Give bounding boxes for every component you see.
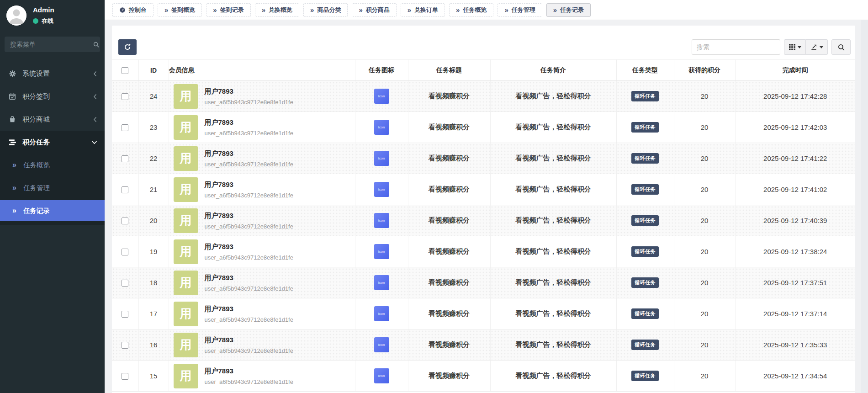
task-icon-image: icon [374, 182, 389, 197]
member-name: 用户7893 [205, 181, 293, 189]
grid-icon [789, 44, 795, 50]
cell-task-type: 循环任务 [616, 236, 674, 267]
row-checkbox[interactable] [122, 155, 128, 162]
member-name: 用户7893 [205, 243, 293, 251]
row-checkbox[interactable] [122, 249, 128, 255]
angle-double-right-icon: » [408, 6, 411, 13]
refresh-button[interactable] [118, 39, 137, 55]
sidebar-group-积分任务: 积分任务»任务概览»任务管理»任务记录 [0, 131, 105, 225]
cell-member: 用用户7893user_a6f5b943c9712e8e8fe1d1fe [169, 361, 355, 392]
table-header-row: ID会员信息任务图标任务标题任务简介任务类型获得的积分完成时间 [112, 60, 855, 81]
task-type-badge: 循环任务 [631, 371, 659, 381]
select-all-checkbox[interactable] [122, 67, 128, 74]
cell-task-title: 看视频赚积分 [408, 174, 490, 205]
online-status-dot [33, 18, 38, 24]
member-id: user_a6f5b943c9712e8e8fe1d1fe [205, 347, 293, 354]
sidebar-search-input[interactable] [10, 41, 93, 48]
row-checkbox[interactable] [122, 93, 128, 100]
cell-task-type: 循环任务 [616, 112, 674, 143]
tab-任务记录[interactable]: »任务记录 [546, 3, 591, 17]
sidebar-item-任务记录[interactable]: »任务记录 [0, 200, 105, 221]
task-type-badge: 循环任务 [631, 277, 659, 288]
sidebar-search-box[interactable] [5, 37, 100, 52]
task-type-badge: 循环任务 [631, 308, 659, 319]
sidebar-item-系统设置[interactable]: 系统设置 [0, 62, 105, 85]
row-checkbox[interactable] [122, 186, 128, 193]
cell-task-title: 看视频赚积分 [408, 298, 490, 329]
member-id: user_a6f5b943c9712e8e8fe1d1fe [205, 254, 293, 261]
main-area: 控制台»签到概览»签到记录»兑换概览»商品分类»积分商品»兑换订单»任务概览»任… [105, 0, 868, 393]
row-checkbox[interactable] [122, 280, 128, 287]
member-name: 用户7893 [205, 87, 293, 96]
tab-控制台[interactable]: 控制台 [112, 3, 153, 17]
row-checkbox[interactable] [122, 124, 128, 131]
cell-id: 23 [138, 112, 169, 143]
cell-points: 20 [674, 298, 735, 329]
cell-points: 20 [674, 112, 735, 143]
tab-积分商品[interactable]: »积分商品 [352, 3, 396, 17]
cell-member: 用用户7893user_a6f5b943c9712e8e8fe1d1fe [169, 329, 355, 361]
export-button[interactable] [806, 39, 828, 55]
search-icon [837, 43, 845, 51]
cell-id: 18 [138, 267, 169, 298]
table-row: 21用用户7893user_a6f5b943c9712e8e8fe1d1feic… [112, 174, 855, 205]
cell-task-summary: 看视频广告，轻松得积分 [490, 267, 616, 298]
table-row: 20用用户7893user_a6f5b943c9712e8e8fe1d1feic… [112, 205, 855, 236]
angle-double-right-icon: » [310, 6, 314, 13]
tab-签到概览[interactable]: »签到概览 [158, 3, 202, 17]
tab-商品分类[interactable]: »商品分类 [303, 3, 348, 17]
cell-id: 21 [138, 174, 169, 205]
sidebar-item-label: 积分任务 [22, 138, 50, 147]
columns-toggle-button[interactable] [784, 39, 806, 55]
member-id: user_a6f5b943c9712e8e8fe1d1fe [205, 130, 293, 137]
member-id: user_a6f5b943c9712e8e8fe1d1fe [205, 285, 293, 292]
cell-member: 用用户7893user_a6f5b943c9712e8e8fe1d1fe [169, 298, 355, 329]
sidebar-item-任务概览[interactable]: »任务概览 [0, 154, 105, 176]
angle-double-right-icon: » [504, 6, 508, 13]
admin-profile: Admin 在线 [0, 0, 105, 29]
row-checkbox[interactable] [122, 373, 128, 380]
scrollbar-track[interactable] [861, 20, 868, 393]
sidebar-item-积分签到[interactable]: 积分签到 [0, 85, 105, 108]
row-checkbox[interactable] [122, 311, 128, 318]
tab-任务管理[interactable]: »任务管理 [498, 3, 542, 17]
task-icon-image: icon [374, 213, 389, 228]
cell-task-summary: 看视频广告，轻松得积分 [490, 236, 616, 267]
cell-task-icon: icon [355, 267, 408, 298]
task-type-badge: 循环任务 [631, 153, 659, 164]
angle-double-right-icon: » [262, 6, 265, 13]
column-header-完成时间: 完成时间 [735, 60, 855, 81]
cell-id: 20 [138, 205, 169, 236]
cell-task-icon: icon [355, 81, 408, 112]
task-records-table: ID会员信息任务图标任务标题任务简介任务类型获得的积分完成时间 24用用户789… [112, 59, 855, 392]
cell-task-title: 看视频赚积分 [408, 329, 490, 361]
column-header-会员信息: 会员信息 [169, 60, 355, 81]
tab-label: 任务管理 [512, 6, 535, 14]
cell-member: 用用户7893user_a6f5b943c9712e8e8fe1d1fe [169, 112, 355, 143]
row-checkbox[interactable] [122, 218, 128, 224]
sidebar-item-任务管理[interactable]: »任务管理 [0, 176, 105, 199]
tab-兑换订单[interactable]: »兑换订单 [401, 3, 445, 17]
cell-task-summary: 看视频广告，轻松得积分 [490, 174, 616, 205]
cell-member: 用用户7893user_a6f5b943c9712e8e8fe1d1fe [169, 174, 355, 205]
cell-task-title: 看视频赚积分 [408, 143, 490, 174]
tab-label: 任务记录 [560, 6, 584, 14]
member-avatar: 用 [174, 333, 198, 357]
table-search-input[interactable] [692, 39, 780, 55]
cell-task-title: 看视频赚积分 [408, 205, 490, 236]
row-checkbox[interactable] [122, 342, 128, 349]
member-name: 用户7893 [205, 336, 293, 345]
member-avatar: 用 [174, 115, 198, 140]
task-type-badge: 循环任务 [631, 122, 659, 133]
task-icon-image: icon [374, 89, 389, 104]
cell-id: 17 [138, 298, 169, 329]
tab-签到记录[interactable]: »签到记录 [206, 3, 250, 17]
cell-points: 20 [674, 329, 735, 361]
column-header-任务标题: 任务标题 [408, 60, 490, 81]
sidebar-item-积分商城[interactable]: 积分商城 [0, 108, 105, 131]
search-submit-button[interactable] [831, 39, 851, 55]
sidebar-item-积分任务[interactable]: 积分任务 [0, 131, 105, 154]
tab-任务概览[interactable]: »任务概览 [449, 3, 493, 17]
tab-兑换概览[interactable]: »兑换概览 [255, 3, 299, 17]
profile-name: Admin [33, 6, 54, 14]
